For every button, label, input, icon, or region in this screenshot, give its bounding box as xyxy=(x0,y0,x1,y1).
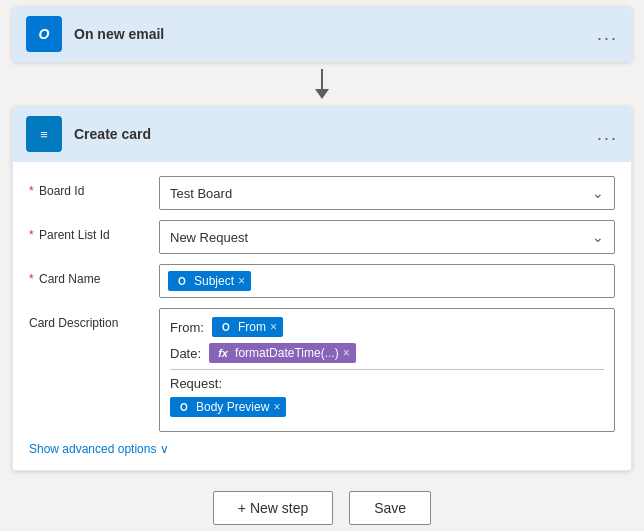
from-token-label: From xyxy=(238,320,266,334)
outlook-trigger-icon: O xyxy=(26,16,62,52)
from-token-icon: O xyxy=(218,319,234,335)
action-block: ≡ Create card ... * Board Id Test Board … xyxy=(12,106,632,471)
parent-list-label: * Parent List Id xyxy=(29,220,159,242)
desc-divider xyxy=(170,369,604,370)
subject-token-close[interactable]: × xyxy=(238,274,245,288)
new-step-button[interactable]: + New step xyxy=(213,491,333,525)
date-formula-token: fx formatDateTime(...) × xyxy=(209,343,356,363)
body-token-close[interactable]: × xyxy=(273,400,280,414)
from-token-close[interactable]: × xyxy=(270,320,277,334)
desc-body-row: O Body Preview × xyxy=(170,397,604,417)
body-token-icon: O xyxy=(176,399,192,415)
desc-date-row: Date: fx formatDateTime(...) × xyxy=(170,343,604,363)
card-name-subject-token: O Subject × xyxy=(168,271,251,291)
connector-line xyxy=(321,69,323,89)
desc-request-row: Request: xyxy=(170,376,604,391)
desc-date-prefix: Date: xyxy=(170,346,201,361)
step-connector xyxy=(315,62,329,106)
formula-token-close[interactable]: × xyxy=(343,346,350,360)
action-body: * Board Id Test Board ⌄ * Parent List Id xyxy=(12,162,632,471)
card-name-row: * Card Name O Subject × xyxy=(29,264,615,298)
trigger-block: O On new email ... xyxy=(12,6,632,62)
subject-token-icon: O xyxy=(174,273,190,289)
subject-token-label: Subject xyxy=(194,274,234,288)
card-name-control: O Subject × xyxy=(159,264,615,298)
board-id-value: Test Board xyxy=(170,186,232,201)
action-header: ≡ Create card ... xyxy=(12,106,632,162)
connector-arrow xyxy=(315,89,329,99)
board-id-control: Test Board ⌄ xyxy=(159,176,615,210)
advanced-link-icon: ∨ xyxy=(160,442,169,456)
card-description-label: Card Description xyxy=(29,308,159,330)
desc-request-prefix: Request: xyxy=(170,376,222,391)
desc-from-row: From: O From × xyxy=(170,317,604,337)
board-id-dropdown-arrow: ⌄ xyxy=(592,185,604,201)
workflow-canvas: O On new email ... ≡ Create card ... * B… xyxy=(12,6,632,525)
action-title: Create card xyxy=(74,126,597,142)
save-button[interactable]: Save xyxy=(349,491,431,525)
action-menu-button[interactable]: ... xyxy=(597,124,618,145)
body-preview-token: O Body Preview × xyxy=(170,397,286,417)
parent-list-control: New Request ⌄ xyxy=(159,220,615,254)
parent-list-value: New Request xyxy=(170,230,248,245)
body-token-label: Body Preview xyxy=(196,400,269,414)
board-id-dropdown[interactable]: Test Board ⌄ xyxy=(159,176,615,210)
card-description-input[interactable]: From: O From × Date: fx xyxy=(159,308,615,432)
parent-list-dropdown-arrow: ⌄ xyxy=(592,229,604,245)
card-name-label: * Card Name xyxy=(29,264,159,286)
formula-token-label: formatDateTime(...) xyxy=(235,346,339,360)
advanced-link-label: Show advanced options xyxy=(29,442,156,456)
card-name-token-input[interactable]: O Subject × xyxy=(159,264,615,298)
bottom-actions: + New step Save xyxy=(213,491,431,525)
trigger-title: On new email xyxy=(74,26,597,42)
from-token: O From × xyxy=(212,317,283,337)
parent-list-row: * Parent List Id New Request ⌄ xyxy=(29,220,615,254)
board-id-row: * Board Id Test Board ⌄ xyxy=(29,176,615,210)
card-description-control: From: O From × Date: fx xyxy=(159,308,615,432)
desc-from-prefix: From: xyxy=(170,320,204,335)
trello-action-icon: ≡ xyxy=(26,116,62,152)
parent-list-dropdown[interactable]: New Request ⌄ xyxy=(159,220,615,254)
formula-token-icon: fx xyxy=(215,345,231,361)
trigger-menu-button[interactable]: ... xyxy=(597,24,618,45)
card-description-row: Card Description From: O From × xyxy=(29,308,615,432)
trigger-header: O On new email ... xyxy=(12,6,632,62)
show-advanced-link[interactable]: Show advanced options ∨ xyxy=(29,442,615,456)
board-id-label: * Board Id xyxy=(29,176,159,198)
